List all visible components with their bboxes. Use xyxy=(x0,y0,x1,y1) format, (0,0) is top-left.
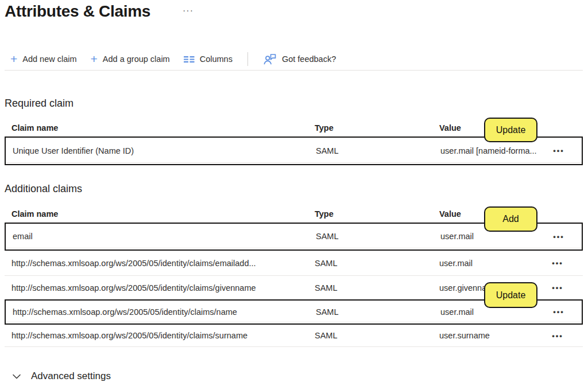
row-more-menu-icon[interactable]: ••• xyxy=(553,147,564,154)
type-cell: SAML xyxy=(315,331,439,340)
feedback-icon xyxy=(263,53,277,65)
callout-add-email: Add xyxy=(484,206,537,232)
callout-update-name: Update xyxy=(484,282,537,308)
got-feedback-button[interactable]: Got feedback? xyxy=(263,53,336,65)
plus-icon: + xyxy=(10,53,17,65)
chevron-down-icon xyxy=(13,374,21,379)
value-cell: user.mail xyxy=(440,232,538,241)
toolbar-separator xyxy=(247,52,248,66)
columns-label: Columns xyxy=(200,54,233,64)
type-cell: SAML xyxy=(315,259,439,268)
add-new-claim-label: Add new claim xyxy=(22,54,76,64)
add-group-claim-button[interactable]: + Add a group claim xyxy=(91,53,170,65)
page-title: Attributes & Claims xyxy=(5,2,150,21)
columns-icon xyxy=(184,55,195,64)
got-feedback-label: Got feedback? xyxy=(282,54,336,64)
row-more-menu-icon[interactable]: ••• xyxy=(552,284,563,291)
type-cell: SAML xyxy=(315,283,439,293)
claim-name-cell[interactable]: http://schemas.xmlsoap.org/ws/2005/05/id… xyxy=(11,283,315,293)
row-more-menu-icon[interactable]: ••• xyxy=(553,308,564,315)
plus-icon: + xyxy=(91,53,98,65)
attributes-claims-page: Attributes & Claims ··· + Add new claim … xyxy=(0,0,588,386)
table-row-nameid[interactable]: Unique User Identifier (Name ID) SAML us… xyxy=(6,139,582,163)
columns-button[interactable]: Columns xyxy=(184,54,233,64)
row-more-menu-icon[interactable]: ••• xyxy=(553,233,564,240)
required-claim-section-title: Required claim xyxy=(5,98,74,110)
additional-claims-section-title: Additional claims xyxy=(5,183,82,195)
callout-update-nameid: Update xyxy=(484,118,537,142)
add-new-claim-button[interactable]: + Add new claim xyxy=(10,53,77,65)
type-cell: SAML xyxy=(316,146,440,155)
column-header-type[interactable]: Type xyxy=(315,123,439,132)
toolbar-divider xyxy=(5,70,583,71)
column-header-type[interactable]: Type xyxy=(315,209,439,219)
command-bar: + Add new claim + Add a group claim Colu… xyxy=(10,50,336,68)
add-group-claim-label: Add a group claim xyxy=(103,54,170,64)
claim-name-cell[interactable]: email xyxy=(13,232,316,241)
table-row-surname[interactable]: http://schemas.xmlsoap.org/ws/2005/05/id… xyxy=(5,325,583,347)
row-more-menu-icon[interactable]: ••• xyxy=(552,332,563,340)
advanced-settings-label: Advanced settings xyxy=(31,371,111,382)
column-header-claim-name[interactable]: Claim name xyxy=(11,209,315,219)
column-header-claim-name[interactable]: Claim name xyxy=(11,123,315,132)
row-more-menu-icon[interactable]: ••• xyxy=(552,259,563,267)
claim-name-cell[interactable]: Unique User Identifier (Name ID) xyxy=(13,146,316,155)
table-row-emailaddress[interactable]: http://schemas.xmlsoap.org/ws/2005/05/id… xyxy=(5,251,583,276)
value-cell: user.mail [nameid-forma... xyxy=(440,146,538,155)
page-more-options-icon[interactable]: ··· xyxy=(183,6,194,16)
value-cell: user.surname xyxy=(439,331,537,340)
advanced-settings-toggle[interactable]: Advanced settings xyxy=(13,369,111,384)
claim-name-cell[interactable]: http://schemas.xmlsoap.org/ws/2005/05/id… xyxy=(11,331,315,340)
type-cell: SAML xyxy=(316,307,440,317)
type-cell: SAML xyxy=(316,232,440,241)
value-cell: user.mail xyxy=(440,307,538,317)
claim-name-cell[interactable]: http://schemas.xmlsoap.org/ws/2005/05/id… xyxy=(13,307,316,317)
value-cell: user.mail xyxy=(439,259,537,268)
claim-name-cell[interactable]: http://schemas.xmlsoap.org/ws/2005/05/id… xyxy=(11,259,315,268)
